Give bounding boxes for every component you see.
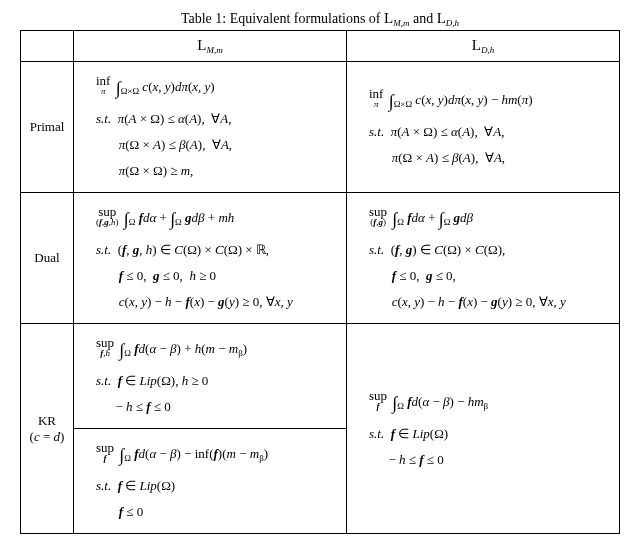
cell-dual-Dh: sup(f,g) Ω fdα + Ω gdβ s.t. (f, g) ∈ C(Ω… [347, 193, 620, 324]
formulation-table: LM,m LD,h Primal infπ Ω×Ω c(x, y)dπ(x, y… [20, 30, 620, 534]
row-label-dual: Dual [21, 193, 74, 324]
cell-primal-Mm: infπ Ω×Ω c(x, y)dπ(x, y) s.t. π(A × Ω) ≤… [74, 62, 347, 193]
row-label-kr: KR(c = d) [21, 324, 74, 534]
cell-primal-Dh: infπ Ω×Ω c(x, y)dπ(x, y) − hm(π) s.t. π(… [347, 62, 620, 193]
header-col2: LD,h [347, 31, 620, 62]
cell-kr-Dh: supf Ω fd(α − β) − hmβ s.t. f ∈ Lip(Ω) −… [347, 324, 620, 534]
cell-dual-Mm: sup(f,g,h) Ω fdα + Ω gdβ + mh s.t. (f, g… [74, 193, 347, 324]
header-empty [21, 31, 74, 62]
row-label-primal: Primal [21, 62, 74, 193]
header-col1: LM,m [74, 31, 347, 62]
cell-kr-Mm-b: supf Ω fd(α − β) − inf(f)(m − mβ) s.t. f… [74, 429, 347, 534]
cell-kr-Mm-a: supf,h Ω fd(α − β) + h(m − mβ) s.t. f ∈ … [74, 324, 347, 429]
table-caption: Table 1: Equivalent formulations of LM,m… [20, 10, 620, 28]
